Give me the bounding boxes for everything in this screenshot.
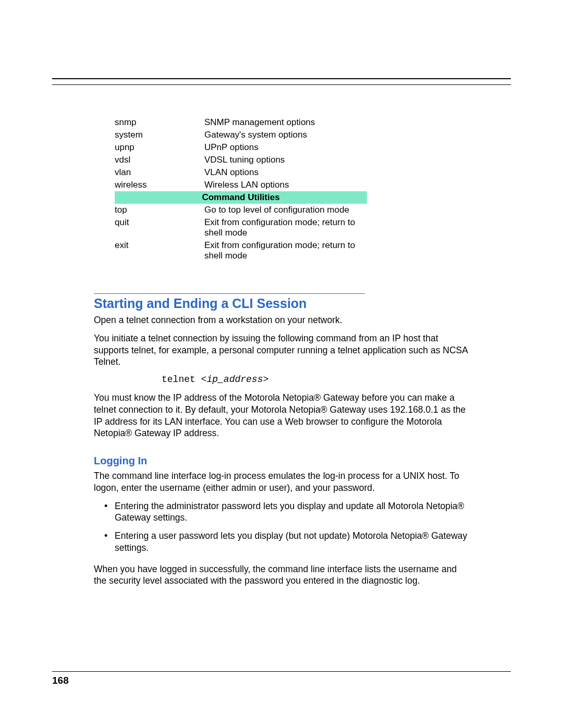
cmd-cell: vlan (115, 166, 204, 179)
list-item: Entering a user password lets you displa… (105, 530, 469, 554)
page: snmp SNMP management options system Gate… (0, 0, 563, 728)
subsection-heading: Logging In (94, 455, 469, 467)
table-row: quit Exit from configuration mode; retur… (115, 216, 367, 239)
desc-cell: Exit from configuration mode; return to … (204, 216, 367, 239)
top-heavy-rule (52, 78, 511, 79)
desc-cell: Go to top level of configuration mode (204, 204, 367, 216)
table-row: vdsl VDSL tuning options (115, 154, 367, 166)
desc-cell: VDSL tuning options (204, 154, 367, 166)
desc-cell: SNMP management options (204, 116, 367, 129)
paragraph: You initiate a telnet connection by issu… (94, 332, 469, 368)
command-table: snmp SNMP management options system Gate… (115, 116, 367, 262)
bullet-list: Entering the administrator password lets… (94, 500, 469, 554)
paragraph: Open a telnet connection from a workstat… (94, 314, 469, 326)
page-number: 168 (52, 675, 511, 686)
table-row: upnp UPnP options (115, 141, 367, 154)
table-row: snmp SNMP management options (115, 116, 367, 129)
table-row: top Go to top level of configuration mod… (115, 204, 367, 216)
cmd-cell: exit (115, 239, 204, 262)
content-area: snmp SNMP management options system Gate… (94, 116, 469, 587)
footer: 168 (52, 671, 511, 686)
footer-rule (52, 671, 511, 672)
table-row: system Gateway's system options (115, 129, 367, 141)
table-section-header: Command Utilities (115, 191, 367, 204)
table-row: exit Exit from configuration mode; retur… (115, 239, 367, 262)
top-thin-rule (52, 84, 511, 85)
paragraph: When you have logged in successfully, th… (94, 563, 469, 587)
code-example: telnet <ip_address> (162, 374, 469, 385)
paragraph: The command line interface log-in proces… (94, 470, 469, 494)
code-text: telnet < (162, 374, 206, 385)
cmd-cell: system (115, 129, 204, 141)
desc-cell: Exit from configuration mode; return to … (204, 239, 367, 262)
cmd-cell: top (115, 204, 204, 216)
cmd-cell: quit (115, 216, 204, 239)
cmd-cell: snmp (115, 116, 204, 129)
code-text: > (263, 374, 268, 385)
cmd-cell: wireless (115, 179, 204, 191)
code-argument: ip_address (206, 374, 263, 385)
list-item: Entering the administrator password lets… (105, 500, 469, 524)
desc-cell: UPnP options (204, 141, 367, 154)
desc-cell: VLAN options (204, 166, 367, 179)
table-row: vlan VLAN options (115, 166, 367, 179)
section-rule (94, 293, 365, 294)
desc-cell: Wireless LAN options (204, 179, 367, 191)
table-row: wireless Wireless LAN options (115, 179, 367, 191)
paragraph: You must know the IP address of the Moto… (94, 392, 469, 439)
cmd-cell: upnp (115, 141, 204, 154)
section-heading: Starting and Ending a CLI Session (94, 296, 469, 311)
desc-cell: Gateway's system options (204, 129, 367, 141)
cmd-cell: vdsl (115, 154, 204, 166)
table-header-row: Command Utilities (115, 191, 367, 204)
